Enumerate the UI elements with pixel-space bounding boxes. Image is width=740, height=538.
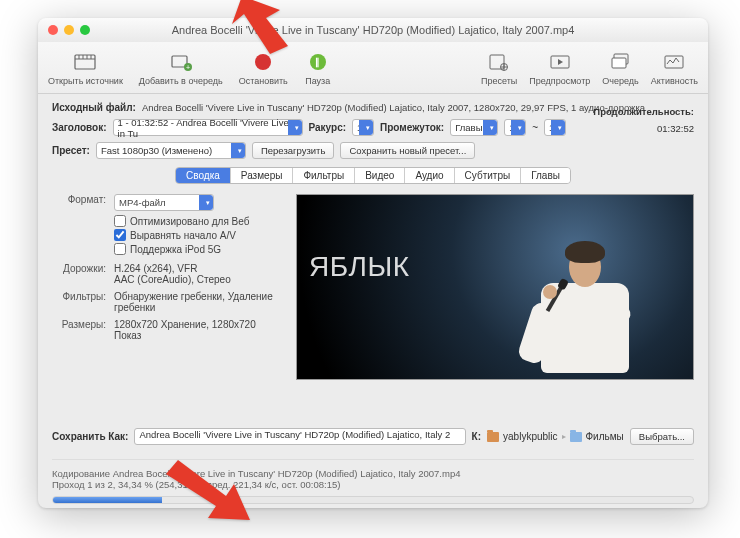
- tab-filters[interactable]: Фильтры: [293, 168, 355, 183]
- stop-button[interactable]: Остановить: [239, 50, 288, 86]
- format-label: Формат:: [52, 194, 106, 205]
- title-label: Заголовок:: [52, 122, 107, 133]
- range-from-select[interactable]: 1▾: [504, 119, 526, 136]
- folder-icon: [570, 432, 582, 442]
- activity-button[interactable]: Активность: [651, 50, 698, 86]
- svg-text:+: +: [186, 64, 190, 71]
- open-source-button[interactable]: Открыть источник: [48, 50, 123, 86]
- window-title: Andrea Bocelli 'Vivere Live in Tuscany' …: [38, 24, 708, 36]
- titlebar: Andrea Bocelli 'Vivere Live in Tuscany' …: [38, 18, 708, 42]
- tabs: Сводка Размеры Фильтры Видео Аудио Субти…: [175, 167, 571, 184]
- title-select[interactable]: 1 - 01:32:52 - Andrea Bocelli 'Vivere Li…: [113, 119, 303, 136]
- size-value: 1280x720 Хранение, 1280x720 Показ: [114, 319, 282, 341]
- status-line2: Проход 1 из 2, 34,34 % (254,31 к/с, сред…: [52, 479, 694, 490]
- duration-box: Продолжительность: 01:32:52: [593, 106, 694, 134]
- queue-icon: [607, 50, 635, 74]
- svg-rect-14: [612, 58, 626, 68]
- range-tilde: ~: [532, 122, 538, 133]
- settings-panel: Формат: MP4-файл▾ Оптимизировано для Веб…: [52, 194, 282, 380]
- source-file-label: Исходный файл:: [52, 102, 136, 113]
- reload-button[interactable]: Перезагрузить: [252, 142, 334, 159]
- ipod-checkbox[interactable]: Поддержка iPod 5G: [114, 243, 282, 255]
- duration-value: 01:32:52: [593, 123, 694, 134]
- saveas-label: Сохранить Как:: [52, 431, 128, 442]
- saveas-filename[interactable]: Andrea Bocelli 'Vivere Live in Tuscany' …: [134, 428, 465, 445]
- open-source-label: Открыть источник: [48, 76, 123, 86]
- tab-dimensions[interactable]: Размеры: [231, 168, 294, 183]
- browse-button[interactable]: Выбрать...: [630, 428, 694, 445]
- format-select[interactable]: MP4-файл▾: [114, 194, 214, 211]
- range-type-select[interactable]: Главы▾: [450, 119, 498, 136]
- presets-button[interactable]: Пресеты: [481, 50, 517, 86]
- preview-button[interactable]: Предпросмотр: [529, 50, 590, 86]
- angle-label: Ракурс:: [309, 122, 347, 133]
- add-queue-icon: +: [167, 50, 195, 74]
- pause-icon: [310, 54, 326, 70]
- chevron-right-icon: ▸: [562, 432, 566, 441]
- dest-label: К:: [472, 431, 481, 442]
- add-queue-label: Добавить в очередь: [139, 76, 223, 86]
- svg-marker-12: [558, 59, 563, 65]
- svg-rect-0: [75, 55, 95, 69]
- add-queue-button[interactable]: + Добавить в очередь: [139, 50, 223, 86]
- queue-button[interactable]: Очередь: [602, 50, 638, 86]
- tracks-value: H.264 (x264), VFR AAC (CoreAudio), Стере…: [114, 263, 282, 285]
- pause-label: Пауза: [305, 76, 330, 86]
- tab-video[interactable]: Видео: [355, 168, 405, 183]
- tab-audio[interactable]: Аудио: [405, 168, 454, 183]
- status-line1: Кодирование Andrea Bocelli 'Vivere Live …: [52, 468, 694, 479]
- filters-value: Обнаружение гребенки, Удаление гребенки: [114, 291, 282, 313]
- source-file-value: Andrea Bocelli 'Vivere Live in Tuscany' …: [142, 102, 645, 113]
- save-preset-button[interactable]: Сохранить новый пресет...: [340, 142, 475, 159]
- watermark: ЯБЛЫК: [309, 251, 410, 283]
- dest-path[interactable]: yablykpublic ▸ Фильмы: [487, 431, 624, 442]
- presets-icon: [485, 50, 513, 74]
- tracks-label: Дорожки:: [52, 263, 106, 274]
- range-to-select[interactable]: 1▾: [544, 119, 566, 136]
- folder-icon: [487, 432, 499, 442]
- angle-select[interactable]: 1▾: [352, 119, 374, 136]
- preview-icon: [546, 50, 574, 74]
- toolbar: Открыть источник + Добавить в очередь Ос…: [38, 42, 708, 94]
- filters-label: Фильтры:: [52, 291, 106, 302]
- content-area: Исходный файл: Andrea Bocelli 'Vivere Li…: [38, 94, 708, 512]
- size-label: Размеры:: [52, 319, 106, 330]
- range-label: Промежуток:: [380, 122, 444, 133]
- activity-icon: [660, 50, 688, 74]
- tab-summary[interactable]: Сводка: [176, 168, 231, 183]
- film-icon: [71, 50, 99, 74]
- progress-bar: [52, 496, 694, 504]
- video-preview: ЯБЛЫК: [296, 194, 694, 380]
- stop-icon: [255, 54, 271, 70]
- pause-button[interactable]: Пауза: [304, 50, 332, 86]
- stop-label: Остановить: [239, 76, 288, 86]
- app-window: Andrea Bocelli 'Vivere Live in Tuscany' …: [38, 18, 708, 508]
- status-bar: Кодирование Andrea Bocelli 'Vivere Live …: [52, 459, 694, 504]
- web-opt-checkbox[interactable]: Оптимизировано для Веб: [114, 215, 282, 227]
- tab-subtitles[interactable]: Субтитры: [455, 168, 522, 183]
- tab-chapters[interactable]: Главы: [521, 168, 570, 183]
- preset-label: Пресет:: [52, 145, 90, 156]
- align-av-checkbox[interactable]: Выравнять начало A/V: [114, 229, 282, 241]
- preset-select[interactable]: Fast 1080p30 (Изменено)▾: [96, 142, 246, 159]
